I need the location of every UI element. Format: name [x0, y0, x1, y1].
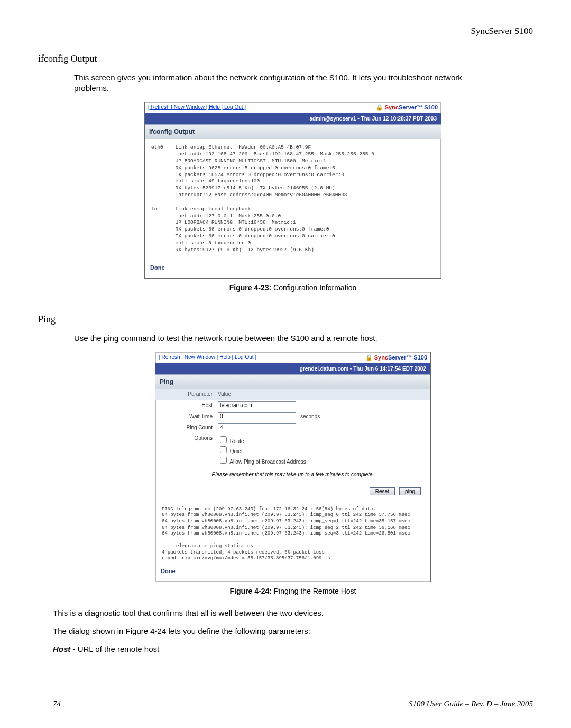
panel-title: Ping: [155, 374, 430, 389]
opt-bcast[interactable]: Allow Ping of Broadcast Address: [218, 455, 306, 466]
brand-label: 🔒SyncServer™ S100: [376, 104, 438, 112]
user-bar: admin@syncserv1 • Thu Jun 12 10:28:37 PD…: [145, 113, 441, 125]
wait-label: Wait Time: [171, 413, 218, 420]
panel-title: Ifconfig Output: [145, 124, 441, 139]
host-input[interactable]: [218, 401, 296, 409]
options-label: Options: [171, 435, 218, 442]
done-label: Done: [145, 261, 441, 278]
wait-input[interactable]: [218, 412, 296, 420]
ifconfig-eth0: eth0 Link encap:Ethernet HWaddr 00:A0:A5…: [145, 139, 441, 206]
user-bar: grendel.datum.com • Thu Jun 6 14:17:54 E…: [155, 363, 430, 375]
page-number: 74: [53, 698, 61, 709]
lock-icon: 🔒: [365, 354, 373, 361]
count-label: Ping Count: [171, 424, 218, 431]
ping-intro: Use the ping command to test the network…: [74, 333, 497, 344]
ping-output: PING telegram.com (209.97.63.243) from 1…: [155, 502, 430, 564]
reset-button[interactable]: Reset: [370, 487, 395, 495]
opt-quiet[interactable]: Quiet: [218, 445, 306, 455]
figure-4-23-caption: Figure 4-23: Configuration Information: [53, 283, 533, 293]
wait-hint: seconds: [296, 413, 320, 420]
page-footer: 74 S100 User Guide – Rev. D – June 2005: [53, 698, 533, 709]
ping-button[interactable]: ping: [399, 487, 421, 495]
diag-para-1: This is a diagnostic tool that confirms …: [53, 608, 476, 619]
count-input[interactable]: [218, 423, 296, 431]
param-host: Host - URL of the remote host: [53, 644, 476, 655]
toolbar-links[interactable]: [ Refresh | New Window | Help | Log Out …: [148, 104, 246, 111]
ping-note: Please remember that this may take up to…: [155, 467, 430, 483]
ifconfig-intro: This screen gives you information about …: [74, 72, 497, 94]
figure-4-24-caption: Figure 4-24: Pinging the Remote Host: [53, 586, 533, 596]
ifconfig-lo: lo Link encap:Local Loopback inet addr:1…: [145, 206, 441, 261]
figure-4-24-panel: [ Refresh | New Window | Help | Log Out …: [155, 352, 431, 582]
lock-icon: 🔒: [376, 104, 383, 110]
host-label: Host: [171, 402, 218, 409]
done-label: Done: [155, 564, 430, 582]
opt-route[interactable]: Route: [218, 435, 306, 445]
param-header: ParameterValue: [155, 389, 430, 400]
section-title-ifconfig: ifconfig Output: [38, 52, 533, 65]
toolbar-links[interactable]: [ Refresh | New Window | Help | Log Out …: [159, 354, 256, 361]
running-header: SyncServer S100: [53, 25, 533, 38]
section-title-ping: Ping: [38, 313, 533, 326]
brand-label: 🔒SyncServer™ S100: [365, 354, 427, 362]
diag-para-2: The dialog shown in Figure 4-24 lets you…: [53, 626, 476, 637]
doc-rev: S100 User Guide – Rev. D – June 2005: [409, 698, 533, 709]
figure-4-23-panel: [ Refresh | New Window | Help | Log Out …: [144, 102, 441, 279]
